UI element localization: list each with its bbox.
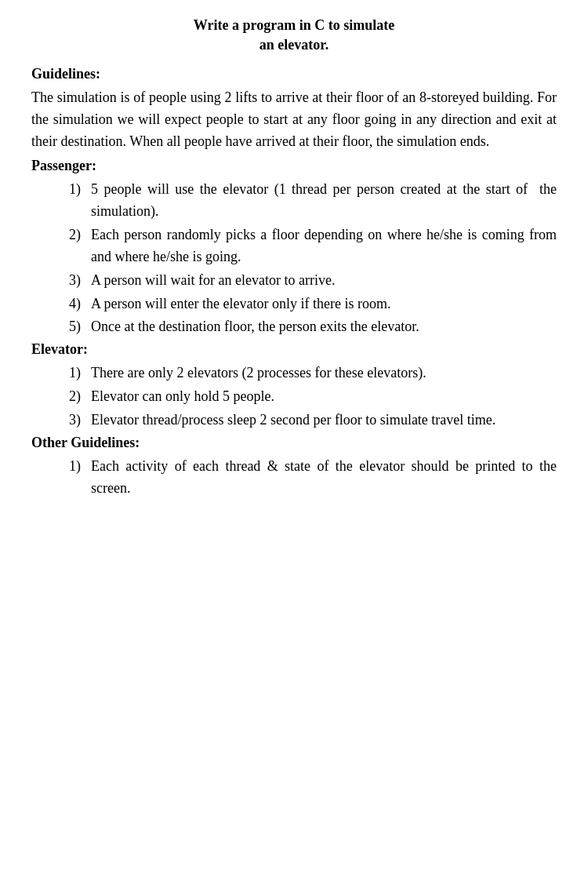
elevator-item-2: 2) Elevator can only hold 5 people. — [31, 386, 557, 408]
elevator-item-2-number: 2) — [69, 386, 91, 408]
guidelines-body-text: The simulation is of people using 2 lift… — [31, 89, 557, 149]
elevator-label: Elevator — [31, 341, 83, 357]
guidelines-label: Guidelines: — [31, 66, 100, 82]
passenger-item-5: 5) Once at the destination floor, the pe… — [31, 316, 557, 338]
passenger-item-1-text: 5 people will use the elevator (1 thread… — [91, 179, 557, 223]
passenger-item-3: 3) A person will wait for an elevator to… — [31, 270, 557, 292]
passenger-item-2-text: Each person randomly picks a floor depen… — [91, 224, 557, 268]
passenger-item-2-number: 2) — [69, 224, 91, 268]
passenger-item-3-number: 3) — [69, 270, 91, 292]
elevator-colon: : — [83, 341, 88, 357]
other-item-1: 1) Each activity of each thread & state … — [31, 456, 557, 500]
guidelines-body: The simulation is of people using 2 lift… — [31, 87, 557, 153]
passenger-item-1: 1) 5 people will use the elevator (1 thr… — [31, 179, 557, 223]
passenger-item-2: 2) Each person randomly picks a floor de… — [31, 224, 557, 268]
passenger-colon: : — [92, 158, 96, 173]
elevator-item-1-number: 1) — [69, 362, 91, 384]
passenger-item-4-text: A person will enter the elevator only if… — [91, 293, 390, 315]
elevator-item-3-number: 3) — [69, 410, 91, 432]
passenger-item-1-number: 1) — [69, 179, 91, 223]
elevator-item-2-text: Elevator can only hold 5 people. — [91, 386, 274, 408]
elevator-item-3-text: Elevator thread/process sleep 2 second p… — [91, 410, 495, 432]
other-colon: : — [135, 435, 140, 450]
passenger-item-5-text: Once at the destination floor, the perso… — [91, 316, 419, 338]
passenger-label: Passenger — [31, 158, 92, 173]
other-item-1-text: Each activity of each thread & state of … — [91, 456, 557, 500]
elevator-block: Elevator: — [31, 341, 557, 358]
passenger-item-3-text: A person will wait for an elevator to ar… — [91, 270, 335, 292]
elevator-item-1: 1) There are only 2 elevators (2 process… — [31, 362, 557, 384]
passenger-block: Passenger: — [31, 158, 557, 174]
passenger-item-5-number: 5) — [69, 316, 91, 338]
title-line1: Write a program in C to simulate — [194, 17, 394, 33]
other-label: Other Guidelines — [31, 435, 135, 450]
other-block: Other Guidelines: — [31, 435, 557, 451]
title-text: Write a program in C to simulate an elev… — [31, 16, 557, 55]
passenger-item-4-number: 4) — [69, 293, 91, 315]
title-section: Write a program in C to simulate an elev… — [31, 16, 557, 55]
page-container: Write a program in C to simulate an elev… — [0, 0, 588, 874]
elevator-item-3: 3) Elevator thread/process sleep 2 secon… — [31, 410, 557, 432]
passenger-item-4: 4) A person will enter the elevator only… — [31, 293, 557, 315]
title-line2: an elevator. — [260, 37, 328, 53]
elevator-item-1-text: There are only 2 elevators (2 processes … — [91, 362, 426, 384]
other-item-1-number: 1) — [69, 456, 91, 500]
guidelines-block: Guidelines: — [31, 66, 557, 82]
